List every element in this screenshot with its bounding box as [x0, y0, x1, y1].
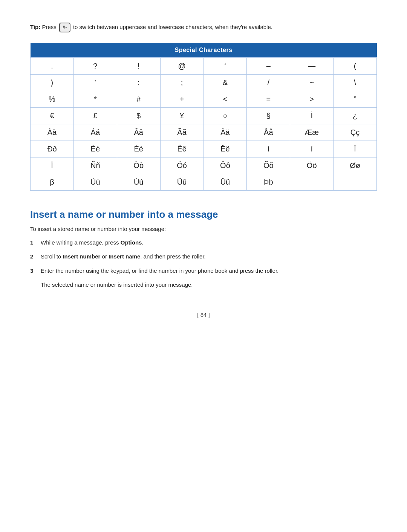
table-row: ÏÑñÒòÓóÔôÕõÖöØø	[31, 157, 377, 174]
step-1-bold: Options	[121, 239, 142, 246]
tip-text: to switch between uppercase and lowercas…	[73, 24, 272, 30]
table-header: Special Characters	[31, 43, 377, 58]
table-cell: Ññ	[73, 157, 117, 174]
table-cell: <	[204, 91, 247, 108]
table-cell	[334, 174, 377, 191]
step-1-text: While writing a message, press Options.	[41, 238, 377, 247]
table-cell: Ðð	[31, 141, 74, 157]
table-cell: *	[73, 91, 117, 108]
table-cell: Ï	[31, 157, 74, 174]
table-cell: (	[334, 58, 377, 75]
section-note: The selected name or number is inserted …	[41, 280, 377, 289]
table-cell: Çç	[334, 124, 377, 141]
table-row: %*#+<=>”	[31, 91, 377, 108]
table-cell: Èè	[73, 141, 117, 157]
table-cell: ¿	[334, 108, 377, 124]
table-cell: Êê	[160, 141, 204, 157]
step-3-text: Enter the number using the keypad, or fi…	[41, 266, 377, 275]
table-cell: Ââ	[117, 124, 160, 141]
table-cell: Öö	[290, 157, 334, 174]
step-3: 3 Enter the number using the keypad, or …	[30, 266, 377, 275]
section-heading: Insert a name or number into a message	[30, 209, 377, 220]
table-cell: ì	[247, 141, 290, 157]
table-cell: @	[160, 58, 204, 75]
table-cell: \	[334, 75, 377, 91]
table-cell: ○	[204, 108, 247, 124]
table-cell: ¥	[160, 108, 204, 124]
table-cell: Ää	[204, 124, 247, 141]
special-characters-table: Special Characters .?!@‘–—()’:;&/~\%*#+<…	[30, 43, 377, 191]
table-cell: &	[204, 75, 247, 91]
table-cell: Ôô	[204, 157, 247, 174]
table-cell: Ùù	[73, 174, 117, 191]
table-cell: Øø	[334, 157, 377, 174]
table-cell: Ûû	[160, 174, 204, 191]
table-cell: +	[160, 91, 204, 108]
table-cell: ?	[73, 58, 117, 75]
table-cell: Üü	[204, 174, 247, 191]
table-cell: İ	[290, 108, 334, 124]
step-3-num: 3	[30, 266, 41, 275]
table-cell: Î	[334, 141, 377, 157]
table-cell: Õõ	[247, 157, 290, 174]
step-2-bold1: Insert number	[63, 253, 100, 260]
table-cell: ~	[290, 75, 334, 91]
table-cell: #	[117, 91, 160, 108]
table-cell: =	[247, 91, 290, 108]
key-icon: #◦	[59, 23, 70, 32]
table-cell: Ëë	[204, 141, 247, 157]
table-cell: Ãã	[160, 124, 204, 141]
table-cell: Òò	[117, 157, 160, 174]
table-row: βÙùÚúÛûÜüÞb	[31, 174, 377, 191]
table-row: .?!@‘–—(	[31, 58, 377, 75]
step-2: 2 Scroll to Insert number or Insert name…	[30, 252, 377, 261]
table-cell: )	[31, 75, 74, 91]
table-cell: $	[117, 108, 160, 124]
step-1-num: 1	[30, 238, 41, 247]
table-cell: Þb	[247, 174, 290, 191]
table-cell: >	[290, 91, 334, 108]
table-cell: β	[31, 174, 74, 191]
step-2-text: Scroll to Insert number or Insert name, …	[41, 252, 377, 261]
table-cell: –	[247, 58, 290, 75]
table-cell: .	[31, 58, 74, 75]
steps-list: 1 While writing a message, press Options…	[30, 238, 377, 275]
table-cell: ”	[334, 91, 377, 108]
table-cell: ‘	[204, 58, 247, 75]
table-row: €£$¥○§İ¿	[31, 108, 377, 124]
step-1: 1 While writing a message, press Options…	[30, 238, 377, 247]
table-cell: §	[247, 108, 290, 124]
table-cell: €	[31, 108, 74, 124]
table-cell: Óó	[160, 157, 204, 174]
table-cell: —	[290, 58, 334, 75]
table-cell: í	[290, 141, 334, 157]
table-cell: ;	[160, 75, 204, 91]
table-cell: Åå	[247, 124, 290, 141]
step-2-bold2: Insert name	[109, 253, 140, 260]
table-cell: Ææ	[290, 124, 334, 141]
page-number: [ 84 ]	[30, 312, 377, 318]
section-intro: To insert a stored name or number into y…	[30, 226, 377, 232]
table-cell: :	[117, 75, 160, 91]
tip-section: Tip: Press #◦ to switch between uppercas…	[30, 23, 377, 32]
table-row: ÀàÁáÂâÃãÄäÅåÆæÇç	[31, 124, 377, 141]
table-row: ÐðÈèÉéÊêËëìíÎ	[31, 141, 377, 157]
table-cell: /	[247, 75, 290, 91]
table-cell: %	[31, 91, 74, 108]
table-row: )’:;&/~\	[31, 75, 377, 91]
table-cell: Úú	[117, 174, 160, 191]
tip-label: Tip:	[30, 24, 40, 30]
table-cell: £	[73, 108, 117, 124]
step-2-num: 2	[30, 252, 41, 261]
table-cell: Àà	[31, 124, 74, 141]
table-cell: Áá	[73, 124, 117, 141]
table-cell	[290, 174, 334, 191]
table-cell: !	[117, 58, 160, 75]
table-cell: Éé	[117, 141, 160, 157]
table-cell: ’	[73, 75, 117, 91]
